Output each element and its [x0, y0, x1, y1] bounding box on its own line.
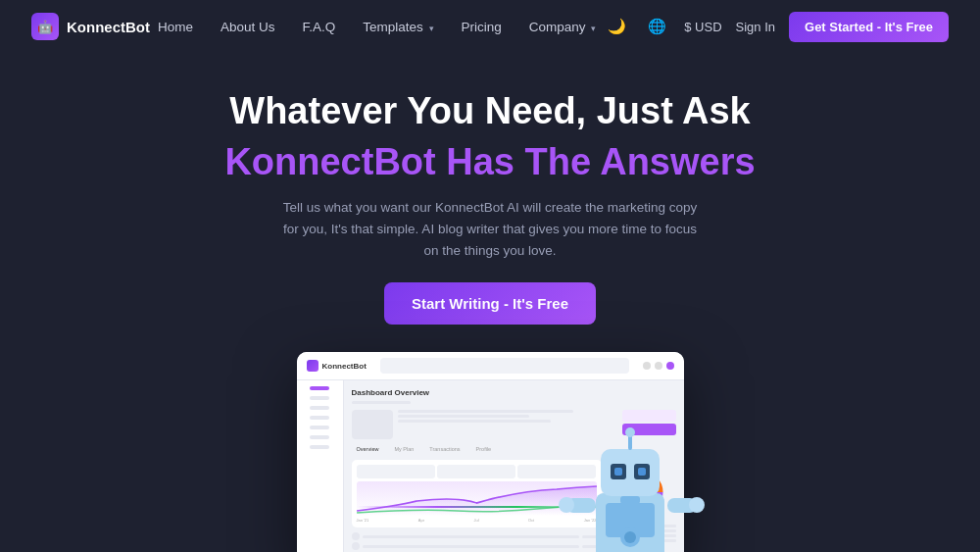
logo-icon: 🤖 [31, 13, 59, 40]
info-line-1 [398, 410, 573, 413]
window-logo-icon [307, 360, 318, 372]
info-line-2 [398, 415, 529, 418]
nav-links: Home About Us F.A.Q Templates ▾ Pricing … [158, 18, 596, 35]
dashboard-title: Dashboard Overview [352, 388, 676, 397]
sidebar-item-4 [310, 416, 329, 420]
sign-in-button[interactable]: Sign In [736, 20, 775, 34]
stat-card-2 [437, 465, 515, 478]
hero-section: Whatever You Need, Just Ask KonnectBot H… [0, 53, 980, 352]
robot-illustration [552, 415, 713, 552]
svg-point-25 [624, 531, 636, 543]
x-label-1: Jan '21 [357, 518, 369, 523]
navbar: 🤖 KonnectBot Home About Us F.A.Q Templat… [0, 0, 980, 53]
window-ctrl-1 [643, 362, 651, 370]
currency-label: $ USD [684, 20, 721, 34]
tab-transactions: Transactions [424, 444, 465, 454]
window-logo: KonnectBot [307, 360, 367, 372]
sidebar-item-3 [310, 406, 329, 410]
hero-cta-button[interactable]: Start Writing - It's Free [384, 282, 596, 325]
sidebar-item-6 [310, 435, 329, 439]
window-sidebar [297, 380, 344, 552]
language-selector[interactable]: 🌐 [644, 16, 670, 37]
window-controls [643, 362, 674, 370]
x-label-2: Apr [418, 518, 424, 523]
dashboard-subtitle [352, 401, 411, 404]
row-avatar [352, 542, 360, 550]
sidebar-item-1 [310, 386, 329, 390]
sidebar-item-2 [310, 396, 329, 400]
window-logo-text: KonnectBot [322, 362, 367, 371]
info-line-3 [398, 420, 552, 423]
dark-mode-toggle[interactable]: 🌙 [604, 16, 630, 37]
svg-rect-11 [614, 468, 622, 476]
get-started-button[interactable]: Get Started - It's Free [789, 12, 949, 42]
row-line [363, 535, 579, 538]
robot-svg [552, 415, 713, 552]
window-titlebar: KonnectBot [297, 352, 684, 380]
svg-rect-15 [620, 496, 640, 504]
window-ctrl-2 [655, 362, 662, 370]
templates-chevron-icon: ▾ [429, 24, 434, 33]
x-label-4: Oct [528, 518, 534, 523]
tab-myplan: My Plan [389, 444, 418, 454]
row-line [363, 545, 579, 548]
stat-card-1 [357, 465, 435, 478]
row-avatar [352, 532, 360, 540]
hero-description: Tell us what you want our KonnectBot AI … [279, 197, 701, 261]
sidebar-item-5 [310, 426, 329, 429]
svg-rect-8 [601, 449, 660, 496]
svg-point-19 [689, 497, 705, 513]
nav-right: 🌙 🌐 $ USD Sign In Get Started - It's Fre… [604, 12, 949, 42]
nav-faq[interactable]: F.A.Q [302, 20, 335, 34]
nav-pricing[interactable]: Pricing [462, 20, 502, 34]
nav-templates[interactable]: Templates ▾ [363, 20, 433, 34]
logo-text: KonnectBot [67, 19, 150, 35]
preview-area: KonnectBot Dashboard O [297, 352, 684, 552]
x-label-3: Jul [473, 518, 478, 523]
company-chevron-icon: ▾ [591, 24, 596, 33]
hero-subheadline: KonnectBot Has The Answers [20, 141, 960, 184]
nav-home[interactable]: Home [158, 20, 193, 34]
svg-rect-12 [638, 468, 646, 476]
logo[interactable]: 🤖 KonnectBot [31, 13, 150, 40]
globe-icon: 🌐 [648, 18, 666, 34]
hero-headline: Whatever You Need, Just Ask [20, 90, 960, 133]
window-ctrl-3 [666, 362, 674, 370]
svg-point-14 [625, 427, 635, 437]
nav-company[interactable]: Company ▾ [529, 20, 597, 34]
window-search-bar [380, 358, 629, 374]
nav-about[interactable]: About Us [220, 20, 275, 34]
tab-profile: Profile [471, 444, 497, 454]
tab-overview: Overview [352, 444, 384, 454]
moon-icon: 🌙 [608, 18, 626, 34]
sidebar-item-7 [310, 445, 329, 449]
svg-point-18 [559, 497, 574, 513]
dashboard-placeholder-img [352, 410, 393, 439]
